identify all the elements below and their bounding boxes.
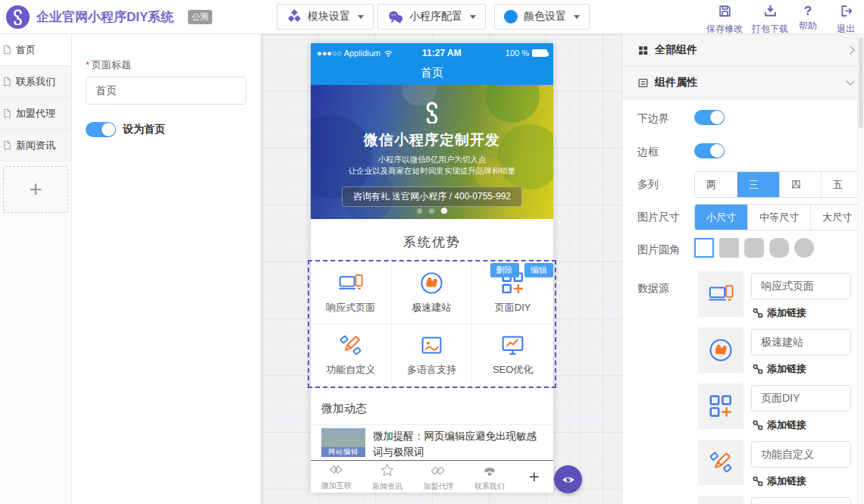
save-changes-button[interactable]: 保存修改 [703, 4, 746, 36]
datasource-item: 添加链接 [698, 440, 857, 496]
add-link-label: 添加链接 [767, 474, 806, 488]
miniprogram-config-menu[interactable]: 小程序配置 [377, 4, 486, 30]
sidebar-item-home[interactable]: 首页 [0, 34, 71, 66]
speed-icon [708, 337, 734, 363]
banner-cta-pill[interactable]: 咨询有礼 送官网小程序 / 400-0755-992 [342, 186, 522, 207]
preview-eye-button[interactable] [554, 465, 582, 493]
grid-item-responsive[interactable]: 响应式页面 [311, 261, 392, 324]
news-section-title[interactable]: 微加动态 [311, 387, 553, 425]
add-link-button[interactable]: 添加链接 [753, 306, 806, 320]
datasource-label: 数据源 [637, 282, 669, 296]
chevron-right-icon [846, 45, 854, 54]
speed-icon [419, 271, 444, 296]
phone-nav-title[interactable]: 首页 [311, 63, 553, 85]
banner-bubble [485, 85, 540, 123]
tab-news[interactable]: 新闻资讯 [362, 462, 412, 492]
image-size-label: 图片尺寸 [637, 211, 680, 224]
sidebar-item-agent[interactable]: 加盟代理 [0, 98, 71, 130]
news-item-component[interactable]: 网站编辑 微加提醒：网页编辑应避免出现敏感词与极限词 [311, 425, 553, 459]
component-props-header[interactable]: 组件属性 [622, 67, 864, 99]
columns-option-3[interactable]: 三列 [737, 172, 779, 197]
app-title: 企业官网小程序DIY系统 [36, 8, 174, 26]
grid-item-label: SEO优化 [493, 363, 533, 377]
datasource-title-input[interactable] [751, 385, 851, 412]
grid-item-label: 多语言支持 [407, 363, 456, 377]
all-components-header[interactable]: 全部组件 [622, 34, 864, 67]
page-title-input[interactable] [86, 77, 246, 105]
download-icon [763, 4, 778, 18]
grid-item-language[interactable]: 多语言支持 [392, 324, 473, 387]
radius-option-square[interactable] [694, 238, 714, 258]
grid-item-seo[interactable]: SEO优化 [472, 324, 553, 387]
size-option-large[interactable]: 大尺寸 [810, 205, 863, 230]
pages-sidebar: 首页 联系我们 加盟代理 新闻资讯 + [0, 34, 72, 504]
size-option-small[interactable]: 小尺寸 [695, 205, 747, 230]
top-header: 企业官网小程序DIY系统 公测 模块设置 小程序配置 颜色设置 保存修改 打包下… [0, 0, 864, 34]
delete-component-button[interactable]: 删除 [490, 263, 519, 277]
color-swatch-icon [504, 10, 518, 23]
exit-button[interactable]: 退出 [829, 4, 862, 36]
grid-item-label: 页面DIY [495, 301, 531, 315]
radius-option-circle[interactable] [794, 238, 814, 258]
datasource-title-input[interactable] [751, 273, 851, 299]
tab-agent[interactable]: 加盟代理 [413, 462, 464, 492]
border-label: 边框 [637, 146, 659, 159]
page-doc-icon [2, 140, 12, 150]
datasource-title-input[interactable] [751, 329, 851, 355]
radius-option-medium[interactable] [744, 238, 764, 258]
radius-option-slight[interactable] [719, 238, 739, 258]
color-settings-menu[interactable]: 颜色设置 [494, 4, 590, 30]
carousel-dot[interactable] [429, 208, 434, 214]
set-home-toggle[interactable] [86, 122, 116, 137]
icon-grid-component: 响应式页面 极速建站 页面DIY 功能自定义 多语言支持 [311, 261, 553, 387]
add-page-button[interactable]: + [3, 166, 68, 213]
columns-option-2[interactable]: 两列 [695, 172, 737, 197]
help-button[interactable]: ? 帮助 [791, 4, 825, 33]
add-link-button[interactable]: 添加链接 [753, 474, 806, 488]
advantages-section-title[interactable]: 系统优势 [311, 219, 553, 261]
sidebar-item-news[interactable]: 新闻资讯 [0, 130, 71, 161]
tabbar-add-button[interactable]: + [515, 466, 554, 487]
radius-option-round[interactable] [769, 238, 789, 258]
chevron-down-icon [846, 77, 854, 85]
clock-text: 11:27 AM [378, 48, 506, 58]
border-toggle[interactable] [694, 143, 725, 158]
size-option-medium[interactable]: 中等尺寸 [747, 205, 810, 230]
news-title: 微加提醒：网页编辑应避免出现敏感词与极限词 [373, 428, 546, 459]
columns-option-4[interactable]: 四列 [779, 172, 822, 197]
action-label: 打包下载 [749, 23, 791, 36]
module-settings-menu[interactable]: 模块设置 [277, 4, 374, 30]
bottom-border-toggle[interactable] [694, 110, 725, 125]
add-link-button[interactable]: 添加链接 [753, 418, 806, 432]
menu-label: 模块设置 [308, 10, 350, 23]
sidebar-item-contact[interactable]: 联系我们 [0, 66, 71, 98]
link-icon [753, 308, 763, 318]
tab-brand[interactable]: 微加互联 [311, 462, 362, 491]
scrollbar-thumb[interactable] [859, 37, 863, 128]
grid-item-speed[interactable]: 极速建站 [392, 261, 473, 324]
datasource-item: 添加链接 [698, 327, 857, 383]
section-label: 全部组件 [655, 43, 841, 57]
star-icon [380, 463, 395, 477]
panel-scrollbar[interactable] [857, 34, 864, 504]
news-thumbnail: 网站编辑 [321, 428, 365, 457]
carousel-dot-active[interactable] [441, 208, 447, 214]
set-home-label: 设为首页 [123, 123, 165, 136]
carousel-dot[interactable] [417, 208, 422, 214]
component-props-panel: 全部组件 组件属性 下边界 边框 多列 两列 三列 四列 五列 图片尺寸 小尺寸… [621, 34, 864, 504]
eye-icon [561, 472, 576, 487]
tab-contact[interactable]: 联系我们 [464, 462, 515, 492]
caret-down-icon [470, 15, 476, 19]
package-download-button[interactable]: 打包下载 [749, 4, 791, 36]
wechat-icon [387, 9, 403, 25]
page-title-label: *页面标题 [86, 58, 131, 72]
datasource-title-input[interactable] [751, 441, 851, 468]
list-icon [637, 77, 649, 89]
edit-component-button[interactable]: 编辑 [524, 263, 553, 277]
add-link-button[interactable]: 添加链接 [753, 362, 806, 376]
banner-component[interactable]: 微信小程序定制开发 小程序以微信8亿用户为切入点 让企业以及商家在短时间里实现提… [311, 85, 553, 219]
datasource-title-input[interactable] [751, 497, 851, 504]
caret-down-icon [358, 15, 364, 19]
grid-item-custom[interactable]: 功能自定义 [311, 324, 392, 387]
custom-icon [338, 333, 363, 358]
